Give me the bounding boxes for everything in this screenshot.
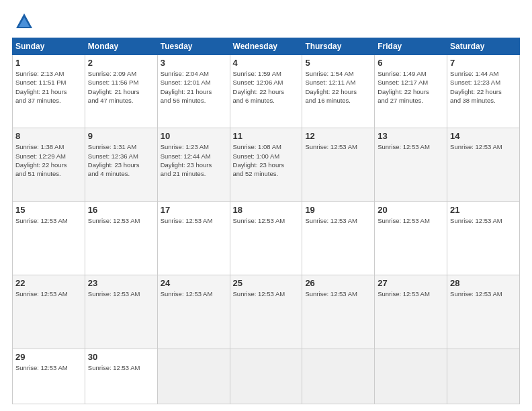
day-info: Sunrise: 12:53 AM bbox=[88, 289, 154, 298]
day-number: 7 bbox=[450, 58, 517, 68]
calendar-day-cell bbox=[447, 349, 520, 404]
day-number: 25 bbox=[233, 278, 300, 288]
day-number: 3 bbox=[161, 58, 227, 68]
calendar-day-cell: 24Sunrise: 12:53 AM bbox=[157, 275, 230, 349]
logo bbox=[12, 12, 34, 31]
day-info: Sunrise: 1:49 AM Sunset: 12:17 AM Daylig… bbox=[378, 69, 444, 105]
page: SundayMondayTuesdayWednesdayThursdayFrid… bbox=[0, 0, 532, 411]
calendar-week-row: 22Sunrise: 12:53 AM23Sunrise: 12:53 AM24… bbox=[13, 275, 520, 349]
calendar-day-cell: 5Sunrise: 1:54 AM Sunset: 12:11 AM Dayli… bbox=[302, 55, 375, 128]
day-info: Sunrise: 12:53 AM bbox=[15, 289, 82, 298]
day-info: Sunrise: 12:53 AM bbox=[378, 216, 444, 225]
day-number: 24 bbox=[161, 278, 227, 288]
day-number: 29 bbox=[15, 352, 82, 362]
calendar-day-cell: 30Sunrise: 12:53 AM bbox=[85, 349, 157, 404]
calendar-day-cell: 2Sunrise: 2:09 AM Sunset: 11:56 PM Dayli… bbox=[85, 55, 157, 128]
calendar-day-cell: 13Sunrise: 12:53 AM bbox=[375, 128, 447, 201]
day-number: 20 bbox=[378, 205, 444, 215]
calendar-day-cell: 6Sunrise: 1:49 AM Sunset: 12:17 AM Dayli… bbox=[375, 55, 447, 128]
day-number: 11 bbox=[233, 131, 300, 141]
calendar-day-cell: 17Sunrise: 12:53 AM bbox=[157, 201, 230, 275]
day-number: 10 bbox=[161, 131, 227, 141]
calendar-day-cell: 16Sunrise: 12:53 AM bbox=[85, 201, 157, 275]
calendar-day-cell: 9Sunrise: 1:31 AM Sunset: 12:36 AM Dayli… bbox=[85, 128, 157, 201]
calendar-day-cell: 14Sunrise: 12:53 AM bbox=[447, 128, 520, 201]
day-number: 5 bbox=[305, 58, 371, 68]
calendar-week-row: 8Sunrise: 1:38 AM Sunset: 12:29 AM Dayli… bbox=[13, 128, 520, 201]
day-info: Sunrise: 12:53 AM bbox=[161, 216, 227, 225]
calendar-header-row: SundayMondayTuesdayWednesdayThursdayFrid… bbox=[13, 38, 520, 55]
calendar-day-cell: 27Sunrise: 12:53 AM bbox=[375, 275, 447, 349]
day-info: Sunrise: 12:53 AM bbox=[378, 289, 444, 298]
calendar-day-cell: 19Sunrise: 12:53 AM bbox=[302, 201, 375, 275]
day-number: 18 bbox=[233, 205, 300, 215]
day-info: Sunrise: 12:53 AM bbox=[233, 289, 300, 298]
calendar-day-cell: 4Sunrise: 1:59 AM Sunset: 12:06 AM Dayli… bbox=[230, 55, 302, 128]
day-info: Sunrise: 12:53 AM bbox=[88, 363, 154, 372]
day-number: 28 bbox=[450, 278, 517, 288]
header bbox=[12, 12, 520, 31]
calendar-day-cell bbox=[375, 349, 447, 404]
day-info: Sunrise: 12:53 AM bbox=[450, 142, 517, 151]
calendar-day-cell: 28Sunrise: 12:53 AM bbox=[447, 275, 520, 349]
day-number: 13 bbox=[378, 131, 444, 141]
calendar-day-cell: 10Sunrise: 1:23 AM Sunset: 12:44 AM Dayl… bbox=[157, 128, 230, 201]
day-info: Sunrise: 1:08 AM Sunset: 1:00 AM Dayligh… bbox=[233, 142, 300, 178]
calendar-header-tuesday: Tuesday bbox=[157, 38, 230, 55]
calendar-table: SundayMondayTuesdayWednesdayThursdayFrid… bbox=[12, 38, 520, 404]
calendar-day-cell: 20Sunrise: 12:53 AM bbox=[375, 201, 447, 275]
day-number: 30 bbox=[88, 352, 154, 362]
calendar-day-cell: 8Sunrise: 1:38 AM Sunset: 12:29 AM Dayli… bbox=[13, 128, 85, 201]
calendar-day-cell bbox=[302, 349, 375, 404]
calendar-day-cell: 18Sunrise: 12:53 AM bbox=[230, 201, 302, 275]
calendar-header-saturday: Saturday bbox=[447, 38, 520, 55]
calendar-header-monday: Monday bbox=[85, 38, 157, 55]
day-number: 8 bbox=[15, 131, 82, 141]
calendar-day-cell: 22Sunrise: 12:53 AM bbox=[13, 275, 85, 349]
day-info: Sunrise: 2:04 AM Sunset: 12:01 AM Daylig… bbox=[161, 69, 227, 105]
day-number: 4 bbox=[233, 58, 300, 68]
day-number: 22 bbox=[15, 278, 82, 288]
day-number: 21 bbox=[450, 205, 517, 215]
day-info: Sunrise: 12:53 AM bbox=[305, 216, 371, 225]
day-info: Sunrise: 12:53 AM bbox=[305, 142, 371, 151]
calendar-day-cell: 1Sunrise: 2:13 AM Sunset: 11:51 PM Dayli… bbox=[13, 55, 85, 128]
calendar-day-cell: 23Sunrise: 12:53 AM bbox=[85, 275, 157, 349]
day-number: 14 bbox=[450, 131, 517, 141]
day-info: Sunrise: 12:53 AM bbox=[161, 289, 227, 298]
calendar-day-cell: 29Sunrise: 12:53 AM bbox=[13, 349, 85, 404]
day-number: 23 bbox=[88, 278, 154, 288]
day-info: Sunrise: 1:44 AM Sunset: 12:23 AM Daylig… bbox=[450, 69, 517, 105]
calendar-week-row: 15Sunrise: 12:53 AM16Sunrise: 12:53 AM17… bbox=[13, 201, 520, 275]
day-info: Sunrise: 12:53 AM bbox=[450, 216, 517, 225]
calendar-header-thursday: Thursday bbox=[302, 38, 375, 55]
day-number: 6 bbox=[378, 58, 444, 68]
day-info: Sunrise: 1:54 AM Sunset: 12:11 AM Daylig… bbox=[305, 69, 371, 105]
calendar-week-row: 1Sunrise: 2:13 AM Sunset: 11:51 PM Dayli… bbox=[13, 55, 520, 128]
calendar-day-cell: 7Sunrise: 1:44 AM Sunset: 12:23 AM Dayli… bbox=[447, 55, 520, 128]
day-info: Sunrise: 12:53 AM bbox=[450, 289, 517, 298]
calendar-day-cell: 21Sunrise: 12:53 AM bbox=[447, 201, 520, 275]
day-number: 19 bbox=[305, 205, 371, 215]
calendar-header-sunday: Sunday bbox=[13, 38, 85, 55]
calendar-header-wednesday: Wednesday bbox=[230, 38, 302, 55]
day-number: 26 bbox=[305, 278, 371, 288]
day-number: 16 bbox=[88, 205, 154, 215]
calendar-day-cell: 26Sunrise: 12:53 AM bbox=[302, 275, 375, 349]
calendar-day-cell: 11Sunrise: 1:08 AM Sunset: 1:00 AM Dayli… bbox=[230, 128, 302, 201]
day-number: 1 bbox=[15, 58, 82, 68]
calendar-day-cell: 25Sunrise: 12:53 AM bbox=[230, 275, 302, 349]
day-info: Sunrise: 2:13 AM Sunset: 11:51 PM Daylig… bbox=[15, 69, 82, 105]
day-info: Sunrise: 1:38 AM Sunset: 12:29 AM Daylig… bbox=[15, 142, 82, 178]
day-number: 17 bbox=[161, 205, 227, 215]
day-info: Sunrise: 1:31 AM Sunset: 12:36 AM Daylig… bbox=[88, 142, 154, 178]
day-number: 9 bbox=[88, 131, 154, 141]
calendar-day-cell: 15Sunrise: 12:53 AM bbox=[13, 201, 85, 275]
calendar-header-friday: Friday bbox=[375, 38, 447, 55]
day-info: Sunrise: 12:53 AM bbox=[233, 216, 300, 225]
day-number: 27 bbox=[378, 278, 444, 288]
day-info: Sunrise: 12:53 AM bbox=[15, 363, 82, 372]
calendar-day-cell bbox=[230, 349, 302, 404]
day-number: 15 bbox=[15, 205, 82, 215]
day-info: Sunrise: 1:59 AM Sunset: 12:06 AM Daylig… bbox=[233, 69, 300, 105]
